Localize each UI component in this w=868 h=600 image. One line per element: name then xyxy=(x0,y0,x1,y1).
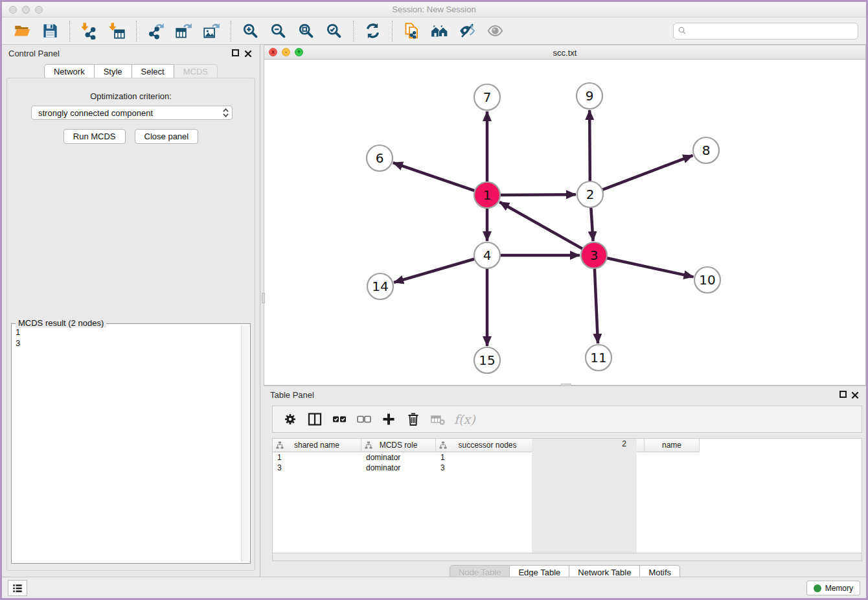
graph-node-9[interactable]: 9 xyxy=(577,83,602,109)
tab-select[interactable]: Select xyxy=(132,64,174,79)
split-view-icon[interactable] xyxy=(306,410,324,428)
node-table: shared nameMCDS rolesuccessor nodesprede… xyxy=(272,438,862,553)
export-image-icon[interactable] xyxy=(202,21,221,40)
graph-edge-2-8[interactable] xyxy=(601,156,693,190)
graph-node-7[interactable]: 7 xyxy=(474,84,500,110)
graph-edge-3-1[interactable] xyxy=(499,202,584,249)
memory-status-icon xyxy=(814,584,821,592)
close-panel-button[interactable]: Close panel xyxy=(135,129,199,144)
close-panel-icon[interactable] xyxy=(244,49,252,56)
graph-node-3[interactable]: 3 xyxy=(581,242,607,268)
graph-node-15[interactable]: 15 xyxy=(474,347,500,373)
column-header-shared-name[interactable]: shared name xyxy=(273,439,361,452)
network-canvas[interactable]: 7968124314101511 xyxy=(264,60,865,385)
refresh-icon[interactable] xyxy=(363,21,382,40)
mcds-result-lines: 1 3 xyxy=(16,327,238,560)
criterion-select[interactable]: strongly connected component xyxy=(31,106,233,120)
column-header-name[interactable]: name xyxy=(645,439,700,452)
graph-edge-1-6[interactable] xyxy=(393,163,476,191)
graph-node-14[interactable]: 14 xyxy=(367,273,393,299)
delete-row-icon[interactable] xyxy=(404,410,422,428)
cell-name[interactable]: 3 xyxy=(436,463,491,473)
tab-style[interactable]: Style xyxy=(95,64,132,79)
table-hscrollbar[interactable] xyxy=(272,553,862,561)
cell-predecessor-nodes[interactable]: 2 xyxy=(532,439,637,553)
graph-edge-1-2[interactable] xyxy=(499,194,576,195)
zoom-fit-icon[interactable] xyxy=(297,21,315,40)
deselect-all-icon[interactable] xyxy=(355,410,373,428)
first-neighbors-icon[interactable] xyxy=(430,21,449,40)
column-label: successor nodes xyxy=(458,441,516,450)
mcds-result-box[interactable]: MCDS result (2 nodes) 1 3 xyxy=(11,323,251,564)
close-table-panel-icon[interactable] xyxy=(851,390,859,398)
graph-node-4[interactable]: 4 xyxy=(474,242,500,268)
graph-edge-2-9[interactable] xyxy=(589,110,590,183)
table-panel-title: Table Panel xyxy=(270,390,314,400)
stepper-icon xyxy=(222,107,229,119)
float-table-panel-icon[interactable] xyxy=(839,391,847,398)
search-icon xyxy=(678,26,687,36)
hide-graphics-details-icon[interactable] xyxy=(458,21,477,40)
zoom-selected-icon[interactable] xyxy=(325,21,343,40)
zoom-in-icon[interactable] xyxy=(241,21,260,40)
svg-text:2: 2 xyxy=(586,187,595,202)
svg-text:14: 14 xyxy=(372,279,388,294)
graph-node-6[interactable]: 6 xyxy=(367,145,393,171)
graph-node-2[interactable]: 2 xyxy=(577,181,603,207)
splitter-handle-vertical[interactable] xyxy=(262,293,265,303)
table-toolbar: f(x) xyxy=(272,406,862,433)
graph-node-11[interactable]: 11 xyxy=(586,345,611,371)
graph-edge-2-3[interactable] xyxy=(591,206,593,241)
svg-text:15: 15 xyxy=(479,352,495,368)
control-panel-header: Control Panel xyxy=(2,45,260,62)
clone-network-icon[interactable] xyxy=(402,21,421,40)
result-scrollbar[interactable] xyxy=(241,325,249,562)
column-header-successor-nodes[interactable]: successor nodes xyxy=(436,439,540,452)
table-panel: Table Panel f(x) shared nameMCDS rolesuc… xyxy=(264,386,866,579)
control-panel-title: Control Panel xyxy=(8,49,60,58)
float-panel-icon[interactable] xyxy=(232,49,239,56)
settings-icon[interactable] xyxy=(281,410,299,428)
export-network-icon[interactable] xyxy=(146,21,165,40)
import-table-icon[interactable] xyxy=(108,21,126,40)
import-network-icon[interactable] xyxy=(80,21,98,40)
column-header-mcds-role[interactable]: MCDS role xyxy=(361,439,436,452)
toolbar-separator xyxy=(231,21,231,41)
graph-node-8[interactable]: 8 xyxy=(693,137,719,163)
table-body: 1dominator4113dominator323 xyxy=(273,452,862,473)
graph-node-1[interactable]: 1 xyxy=(474,182,500,208)
cell-shared-name[interactable]: 3 xyxy=(273,463,361,473)
column-label: shared name xyxy=(294,441,339,450)
search-box[interactable] xyxy=(673,23,858,40)
main-area: Control Panel NetworkStyleSelectMCDS Opt… xyxy=(2,45,866,579)
graph-edge-3-10[interactable] xyxy=(606,258,694,277)
hierarchy-icon xyxy=(365,441,372,449)
add-row-icon[interactable] xyxy=(380,410,398,428)
cell-shared-name[interactable]: 1 xyxy=(273,452,361,463)
svg-text:9: 9 xyxy=(586,88,594,104)
tab-network[interactable]: Network xyxy=(44,64,95,79)
svg-text:8: 8 xyxy=(702,143,711,158)
graph-edge-4-14[interactable] xyxy=(394,259,476,283)
memory-button[interactable]: Memory xyxy=(806,581,860,595)
open-session-icon[interactable] xyxy=(13,21,32,40)
graph-node-10[interactable]: 10 xyxy=(694,267,720,293)
window-title: Session: New Session xyxy=(2,5,866,14)
cell-name[interactable]: 1 xyxy=(436,452,491,463)
select-all-icon[interactable] xyxy=(330,410,348,428)
hierarchy-icon xyxy=(276,441,284,449)
network-graph: 7968124314101511 xyxy=(264,60,866,386)
run-mcds-button[interactable]: Run MCDS xyxy=(63,129,126,144)
search-input[interactable] xyxy=(687,25,854,38)
export-table-icon[interactable] xyxy=(174,21,193,40)
zoom-out-icon[interactable] xyxy=(269,21,288,40)
cell-mcds-role[interactable]: dominator xyxy=(361,452,436,463)
save-session-icon[interactable] xyxy=(41,21,60,40)
tab-mcds[interactable]: MCDS xyxy=(174,64,218,79)
svg-text:4: 4 xyxy=(483,248,492,263)
list-icon xyxy=(11,582,24,595)
task-history-button[interactable] xyxy=(8,580,27,596)
table-row[interactable]: 3dominator323 xyxy=(273,463,862,473)
graph-edge-3-11[interactable] xyxy=(595,267,598,343)
cell-mcds-role[interactable]: dominator xyxy=(361,463,436,473)
